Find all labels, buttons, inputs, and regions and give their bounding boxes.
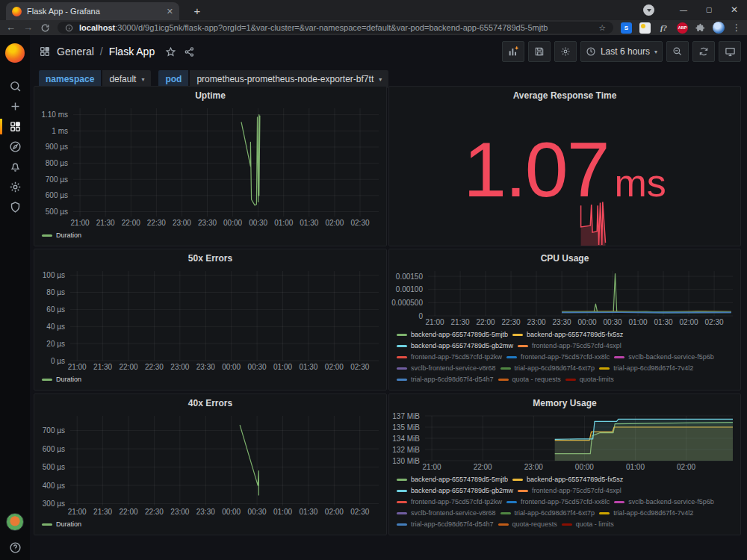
svg-text:22:00: 22:00 xyxy=(119,508,137,516)
legend-item[interactable]: backend-app-65574789d5-5mjtb xyxy=(397,329,508,340)
legend-item[interactable]: trial-app-6cd98d67f4-7v4l2 xyxy=(599,363,693,374)
svg-text:01:00: 01:00 xyxy=(274,219,293,227)
forward-button[interactable]: → xyxy=(23,21,33,34)
svg-text:22:30: 22:30 xyxy=(147,219,166,227)
sidebar-item-server-admin[interactable] xyxy=(0,197,30,217)
close-window-button[interactable]: ✕ xyxy=(722,0,747,20)
sidebar xyxy=(0,35,30,560)
50x-errors-legend: Duration xyxy=(34,373,386,390)
legend-item[interactable]: backend-app-65574789d5-fx5sz xyxy=(512,329,623,340)
svg-text:02:00: 02:00 xyxy=(325,219,344,227)
site-info-icon[interactable] xyxy=(65,24,73,32)
legend-item[interactable]: backend-app-65574789d5-fx5sz xyxy=(512,474,623,485)
svg-text:600 µs: 600 µs xyxy=(43,445,65,453)
save-dashboard-button[interactable] xyxy=(528,41,551,62)
legend-item[interactable]: trial-app-6cd98d67f4-d54h7 xyxy=(397,374,494,385)
svg-text:800 µs: 800 µs xyxy=(46,159,68,167)
breadcrumb-folder[interactable]: General xyxy=(57,46,94,57)
panel-title[interactable]: CPU Usage xyxy=(389,249,740,267)
share-dashboard-icon[interactable] xyxy=(184,46,195,57)
maximize-button[interactable]: ▢ xyxy=(696,0,722,20)
chevron-down-icon: ▾ xyxy=(141,76,144,83)
legend-item[interactable]: quota-requests xyxy=(498,519,557,530)
reload-button[interactable] xyxy=(40,23,50,33)
uptime-chart[interactable]: 21:0021:3022:0022:3023:0023:3000:0000:30… xyxy=(34,104,386,228)
cpu-usage-chart[interactable]: 21:0021:3022:0022:3023:0023:3000:0000:30… xyxy=(389,267,740,328)
user-avatar[interactable] xyxy=(6,513,24,531)
panel-title[interactable]: 40x Errors xyxy=(34,394,386,411)
legend-item[interactable]: frontend-app-75cd57cfd-tp2kw xyxy=(397,497,502,508)
legend-item[interactable]: trial-app-6cd98d67f4-7v4l2 xyxy=(599,508,693,519)
legend-item[interactable]: Duration xyxy=(42,374,81,385)
legend-item[interactable]: quota-limits xyxy=(565,374,614,385)
tab-close-icon[interactable]: ✕ xyxy=(167,7,173,16)
legend-item[interactable]: frontend-app-75cd57cfd-4sxpl xyxy=(518,340,622,352)
svg-text:23:30: 23:30 xyxy=(198,219,217,227)
40x-errors-chart[interactable]: 21:0021:3022:0022:3023:0023:3000:0000:30… xyxy=(34,411,386,517)
breadcrumb-title[interactable]: Flask App xyxy=(109,46,155,57)
cycle-view-button[interactable] xyxy=(719,41,741,62)
dashboard-navbar: General / Flask App xyxy=(30,35,747,68)
new-tab-button[interactable]: + xyxy=(188,4,206,18)
memory-usage-chart[interactable]: 21:0022:0023:0000:0001:0002:00137 MiB135… xyxy=(389,411,740,473)
50x-errors-chart[interactable]: 21:0021:3022:0022:3023:0023:3000:0000:30… xyxy=(34,267,386,373)
browser-menu-icon[interactable]: ⋮ xyxy=(732,22,741,33)
svg-text:02:00: 02:00 xyxy=(325,363,344,371)
minimize-button[interactable]: — xyxy=(671,0,696,20)
legend-item[interactable]: frontend-app-75cd57cfd-tp2kw xyxy=(397,352,502,363)
star-dashboard-icon[interactable] xyxy=(165,46,176,57)
panel-title[interactable]: 50x Errors xyxy=(34,249,386,267)
extension-f-button[interactable]: f? xyxy=(658,22,669,34)
sidebar-item-configuration[interactable] xyxy=(0,177,30,197)
legend-item[interactable]: quota - limits xyxy=(562,519,614,530)
legend-item[interactable]: Duration xyxy=(42,230,81,241)
extensions-puzzle-icon[interactable] xyxy=(695,23,705,33)
legend-item[interactable]: frontend-app-75cd57cfd-xx8lc xyxy=(506,352,610,363)
svg-text:0.00150: 0.00150 xyxy=(396,273,424,281)
sidebar-item-dashboards[interactable] xyxy=(0,116,30,137)
legend-item[interactable]: frontend-app-75cd57cfd-4sxpl xyxy=(518,485,622,497)
browser-profile-avatar[interactable] xyxy=(713,22,725,34)
extension-s-button[interactable]: S xyxy=(621,22,632,34)
bookmark-star-icon[interactable]: ☆ xyxy=(598,23,606,33)
sidebar-item-explore[interactable] xyxy=(0,137,30,157)
time-range-picker[interactable]: Last 6 hours ▾ xyxy=(580,41,663,62)
extension-abp-button[interactable]: ABP xyxy=(677,22,688,34)
legend-item[interactable]: backend-app-65574789d5-gb2mw xyxy=(397,485,513,497)
svg-text:22:00: 22:00 xyxy=(119,363,137,371)
zoom-out-button[interactable] xyxy=(666,41,689,62)
svg-text:01:30: 01:30 xyxy=(299,508,317,516)
refresh-button[interactable] xyxy=(692,41,715,62)
panel-title[interactable]: Uptime xyxy=(34,87,386,104)
legend-item[interactable]: trial-app-6cd98d67f4-d54h7 xyxy=(397,519,494,530)
legend-item[interactable]: backend-app-65574789d5-5mjtb xyxy=(397,474,508,485)
dashboard-settings-button[interactable] xyxy=(554,41,577,62)
help-icon[interactable] xyxy=(9,541,22,554)
legend-item[interactable]: svclb-frontend-service-v8r68 xyxy=(397,363,496,374)
legend-item[interactable]: svclb-frontend-service-v8r68 xyxy=(397,508,496,519)
legend-item[interactable]: svclb-backend-service-f5p6b xyxy=(614,352,714,363)
extension-screenshot-button[interactable] xyxy=(639,22,651,34)
panel-title[interactable]: Memory Usage xyxy=(389,394,740,411)
browser-tab[interactable]: Flask App - Grafana ✕ xyxy=(6,2,179,20)
svg-text:1.10 ms: 1.10 ms xyxy=(41,111,68,119)
legend-item[interactable]: trial-app-6cd98d67f4-6xt7p xyxy=(500,363,595,374)
panel-title[interactable]: Average Response Time xyxy=(389,87,740,104)
legend-item[interactable]: frontend-app-75cd57cfd-xx8lc xyxy=(506,497,610,508)
sidebar-item-search[interactable] xyxy=(0,76,30,96)
sidebar-item-alerting[interactable] xyxy=(0,157,30,177)
legend-item[interactable]: svclb-backend-service-f5p6b xyxy=(614,497,714,508)
legend-item[interactable]: backend-app-65574789d5-gb2mw xyxy=(397,340,513,352)
grafana-logo[interactable] xyxy=(5,43,25,63)
titlebar-badge-icon[interactable] xyxy=(643,4,654,16)
plus-icon xyxy=(9,100,22,113)
svg-text:02:30: 02:30 xyxy=(350,363,369,371)
url-bar[interactable]: localhost:3000/d/9g1icg5nk/flask-app?org… xyxy=(58,22,613,34)
add-panel-button[interactable] xyxy=(502,41,524,62)
back-button[interactable]: ← xyxy=(6,21,16,34)
legend-item[interactable]: Duration xyxy=(42,519,81,530)
sidebar-item-create[interactable] xyxy=(0,96,30,116)
legend-item[interactable]: quota - requests xyxy=(498,374,561,385)
legend-item[interactable]: trial-app-6cd98d67f4-6xt7p xyxy=(500,508,595,519)
svg-text:00:30: 00:30 xyxy=(604,318,622,326)
